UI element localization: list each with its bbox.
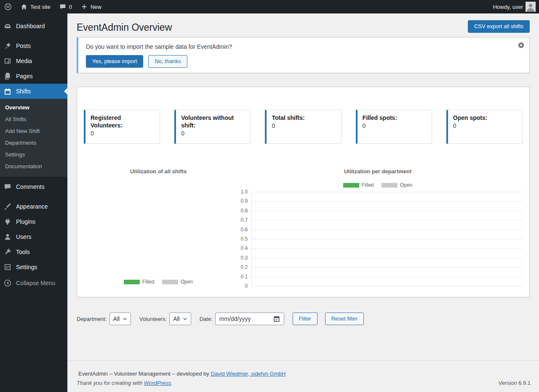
volunteers-label: Volunteers: <box>139 316 167 322</box>
avatar <box>526 2 536 12</box>
legend-label: Filled <box>142 279 155 285</box>
sidebar-item-settings[interactable]: Settings <box>0 260 67 275</box>
new-content-menu[interactable]: New <box>76 0 106 13</box>
users-icon <box>3 233 12 241</box>
submenu-item-documentation[interactable]: Documentation <box>0 161 67 172</box>
legend-entry-open[interactable]: Open <box>162 279 193 285</box>
sidebar-item-label: Pages <box>16 72 33 80</box>
sidebar-item-appearance[interactable]: Appearance <box>0 199 67 214</box>
sidebar-item-dashboard[interactable]: Dashboard <box>0 19 67 34</box>
site-name-label: Test site <box>30 4 51 10</box>
site-name-link[interactable]: Test site <box>16 0 55 13</box>
dashboard-icon <box>3 22 12 30</box>
legend-entry-filled[interactable]: Filled <box>124 279 155 285</box>
sidebar-item-media[interactable]: Media <box>0 53 67 69</box>
home-icon <box>20 3 28 11</box>
y-tick: 0 <box>245 283 248 289</box>
sidebar-item-label: Comments <box>16 183 45 191</box>
submenu-item-add-new-shift[interactable]: Add New Shift <box>0 125 67 137</box>
department-label: Department: <box>77 316 107 322</box>
import-yes-button[interactable]: Yes, please import <box>86 55 143 68</box>
admin-bar: W Test site 0 New Howdy, user <box>0 0 539 13</box>
footer: EventAdmin – Volunteer Management – deve… <box>67 360 539 392</box>
overview-card: Registered Volunteers: 0 Volunteers with… <box>77 87 530 297</box>
appearance-icon <box>3 202 12 211</box>
y-tick: 0.2 <box>241 265 248 270</box>
gridline <box>252 211 523 211</box>
sidebar-item-plugins[interactable]: Plugins <box>0 214 67 229</box>
main-content: EventAdmin Overview CSV export all shift… <box>67 13 539 392</box>
volunteers-select[interactable]: All <box>169 313 191 325</box>
stat-label: Registered Volunteers: <box>91 114 155 129</box>
submenu-item-all-shifts[interactable]: All Shifts <box>0 114 67 125</box>
comments-bubble-icon <box>59 3 67 11</box>
legend-label: Open <box>400 182 412 188</box>
stat-volunteers-without-shift: Volunteers without shift: 0 <box>174 110 251 144</box>
date-label: Date: <box>200 316 213 322</box>
bar-chart-plot: 1.0 0.9 0.8 0.7 0.6 0.5 0.4 0.3 0.2 0.1 … <box>233 192 523 286</box>
account-menu[interactable]: Howdy, user <box>489 0 539 13</box>
sidebar-item-label: Shifts <box>16 87 31 95</box>
import-no-button[interactable]: No, thanks <box>148 55 187 68</box>
submenu-item-settings[interactable]: Settings <box>0 149 67 161</box>
posts-icon <box>3 42 12 50</box>
sidebar-item-label: Dashboard <box>16 22 45 30</box>
filter-button[interactable]: Filter <box>293 313 318 325</box>
footer-credit: EventAdmin – Volunteer Management – deve… <box>77 370 530 377</box>
sidebar-item-label: Users <box>16 233 32 241</box>
reset-filter-button[interactable]: Reset filter <box>325 313 364 325</box>
plus-icon <box>80 3 88 11</box>
legend-label: Open <box>181 279 193 285</box>
gridline <box>252 220 523 220</box>
open-swatch <box>162 280 178 284</box>
import-notice: Do you want to import the sample data fo… <box>77 37 530 73</box>
collapse-icon <box>3 279 12 287</box>
comments-counter[interactable]: 0 <box>55 0 76 13</box>
stats-row: Registered Volunteers: 0 Volunteers with… <box>84 110 523 144</box>
department-select[interactable]: All <box>109 313 131 325</box>
stat-registered-volunteers: Registered Volunteers: 0 <box>84 110 160 144</box>
calendar-icon[interactable] <box>273 315 280 322</box>
sidebar-item-pages[interactable]: Pages <box>0 69 67 84</box>
bar-chart-title: Utilization per department <box>233 168 523 175</box>
version-label: Version 6.9.1 <box>499 380 531 386</box>
sidebar-item-posts[interactable]: Posts <box>0 38 67 53</box>
submenu-item-departments[interactable]: Departments <box>0 137 67 149</box>
dismiss-icon[interactable] <box>518 42 525 49</box>
admin-bar-left: W Test site 0 New <box>0 0 106 13</box>
department-selected-value: All <box>113 315 120 322</box>
bar-chart-plot-area <box>251 192 523 286</box>
sidebar-item-comments[interactable]: Comments <box>0 179 67 194</box>
credit-text: EventAdmin – Volunteer Management – deve… <box>78 371 209 377</box>
submenu-item-overview[interactable]: Overview <box>0 102 67 114</box>
legend-entry-filled[interactable]: Filled <box>343 182 374 188</box>
sidebar-item-shifts[interactable]: Shifts <box>0 84 67 99</box>
y-tick: 0.8 <box>241 208 248 213</box>
filled-swatch <box>343 183 359 188</box>
collapse-menu-button[interactable]: Collapse Menu <box>0 275 67 291</box>
wordpress-link[interactable]: WordPress <box>144 380 171 386</box>
y-tick: 1.0 <box>241 189 248 194</box>
filter-bar: Department: All Volunteers: All Date: mm… <box>77 313 530 325</box>
stat-value: 0 <box>453 122 517 130</box>
stat-label: Total shifts: <box>272 114 336 122</box>
csv-export-button[interactable]: CSV export all shifts <box>468 20 530 33</box>
utilization-pie-chart: Utilization of all shifts Filled Open <box>84 168 233 286</box>
stat-filled-spots: Filled spots: 0 <box>356 110 432 144</box>
sidebar-item-users[interactable]: Users <box>0 229 67 244</box>
shifts-submenu: Overview All Shifts Add New Shift Depart… <box>0 99 67 177</box>
thanks-suffix: . <box>171 380 173 386</box>
gridline <box>252 248 523 249</box>
wordpress-menu[interactable]: W <box>0 0 16 13</box>
legend-entry-open[interactable]: Open <box>382 182 412 188</box>
page-title: EventAdmin Overview <box>77 20 172 34</box>
comments-count-label: 0 <box>69 4 72 10</box>
sidebar-item-tools[interactable]: Tools <box>0 244 67 260</box>
y-axis-labels: 1.0 0.9 0.8 0.7 0.6 0.5 0.4 0.3 0.2 0.1 … <box>233 192 251 286</box>
gridline <box>252 201 523 201</box>
admin-sidebar: Dashboard Posts Media Pages Shifts Overv… <box>0 13 67 392</box>
tools-icon <box>3 248 12 256</box>
date-input[interactable]: mm/dd/yyyy <box>215 313 284 325</box>
developer-link[interactable]: David Wiedmer, sidefyn GmbH <box>211 371 286 377</box>
gridline <box>252 277 523 277</box>
